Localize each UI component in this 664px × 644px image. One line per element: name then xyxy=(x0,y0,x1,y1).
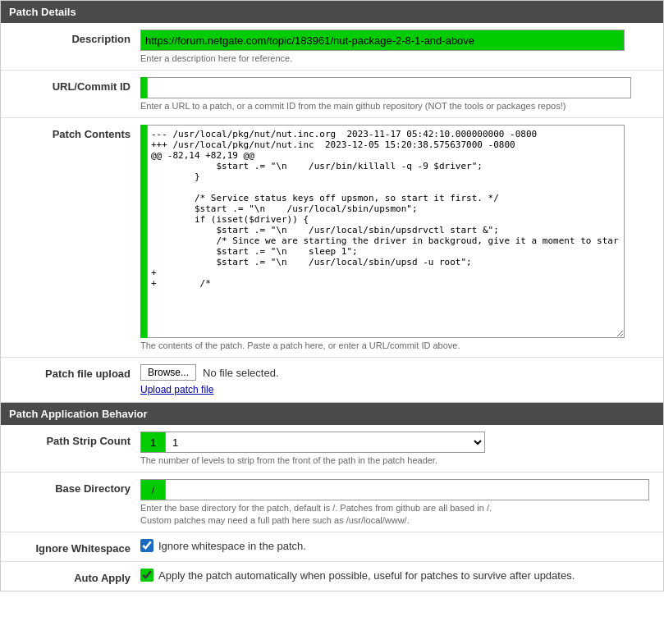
commit-id-row: URL/Commit ID Enter a URL to a patch, or… xyxy=(1,71,663,118)
patch-contents-row: Patch Contents --- /usr/local/pkg/nut/nu… xyxy=(1,118,663,358)
auto-apply-text: Apply the patch automatically when possi… xyxy=(158,569,575,582)
base-dir-input[interactable] xyxy=(165,479,649,500)
patch-application-section: Patch Application Behavior Path Strip Co… xyxy=(0,403,664,591)
ignore-whitespace-row: Ignore Whitespace Ignore whitespace in t… xyxy=(1,532,663,562)
path-strip-wrapper: 1 1 0 2 3 4 xyxy=(140,432,485,453)
patch-contents-help: The contents of the patch. Paste a patch… xyxy=(140,340,633,350)
file-upload-field: Browse... No file selected. Upload patch… xyxy=(140,364,663,395)
patch-details-header: Patch Details xyxy=(1,1,663,23)
path-strip-label: Path Strip Count xyxy=(1,432,140,447)
file-upload-label: Patch file upload xyxy=(1,364,140,380)
patch-contents-wrapper: --- /usr/local/pkg/nut/nut.inc.org 2023-… xyxy=(140,125,625,338)
base-dir-help1: Enter the base directory for the patch, … xyxy=(140,503,663,513)
auto-apply-checkbox-row: Apply the patch automatically when possi… xyxy=(140,569,663,582)
patch-contents-label: Patch Contents xyxy=(1,125,140,140)
patch-contents-field: --- /usr/local/pkg/nut/nut.inc.org 2023-… xyxy=(140,125,633,350)
description-input[interactable] xyxy=(140,30,625,51)
base-dir-wrapper: / xyxy=(140,479,663,500)
auto-apply-checkbox[interactable] xyxy=(140,569,153,582)
commit-id-input[interactable] xyxy=(147,77,631,98)
description-help: Enter a description here for reference. xyxy=(140,53,663,63)
description-row: Description Enter a description here for… xyxy=(1,23,663,71)
ignore-whitespace-label: Ignore Whitespace xyxy=(1,539,140,555)
patch-green-bar xyxy=(140,125,147,338)
base-dir-prefix: / xyxy=(140,479,165,500)
base-dir-field: / Enter the base directory for the patch… xyxy=(140,479,663,525)
description-field: Enter a description here for reference. xyxy=(140,30,663,63)
base-dir-row: Base Directory / Enter the base director… xyxy=(1,473,663,532)
base-dir-help2: Custom patches may need a full path here… xyxy=(140,515,663,525)
patch-contents-textarea[interactable]: --- /usr/local/pkg/nut/nut.inc.org 2023-… xyxy=(147,125,625,338)
commit-input-wrapper xyxy=(140,77,663,98)
commit-id-help: Enter a URL to a patch, or a commit ID f… xyxy=(140,101,663,111)
ignore-whitespace-checkbox[interactable] xyxy=(140,539,153,552)
patch-details-section: Patch Details Description Enter a descri… xyxy=(0,0,664,403)
browse-button[interactable]: Browse... xyxy=(140,364,196,381)
auto-apply-field: Apply the patch automatically when possi… xyxy=(140,569,663,582)
file-upload-row: Patch file upload Browse... No file sele… xyxy=(1,358,663,402)
description-label: Description xyxy=(1,30,140,45)
file-upload-controls: Browse... No file selected. xyxy=(140,364,663,381)
path-strip-field: 1 1 0 2 3 4 The number of levels to stri… xyxy=(140,432,663,465)
base-dir-label: Base Directory xyxy=(1,479,140,495)
path-strip-help: The number of levels to strip from the f… xyxy=(140,455,663,465)
path-strip-row: Path Strip Count 1 1 0 2 3 4 The number … xyxy=(1,425,663,473)
no-file-text: No file selected. xyxy=(203,367,279,379)
path-strip-select[interactable]: 1 0 2 3 4 xyxy=(165,432,485,453)
patch-application-header: Patch Application Behavior xyxy=(1,403,663,425)
ignore-whitespace-text: Ignore whitespace in the patch. xyxy=(158,540,306,552)
upload-patch-link[interactable]: Upload patch file xyxy=(140,384,663,395)
path-strip-green: 1 xyxy=(140,432,165,453)
commit-id-label: URL/Commit ID xyxy=(1,77,140,93)
auto-apply-row: Auto Apply Apply the patch automatically… xyxy=(1,562,663,591)
commit-id-field: Enter a URL to a patch, or a commit ID f… xyxy=(140,77,663,111)
ignore-whitespace-field: Ignore whitespace in the patch. xyxy=(140,539,663,552)
ignore-whitespace-checkbox-row: Ignore whitespace in the patch. xyxy=(140,539,663,552)
commit-green-bar xyxy=(140,77,147,98)
auto-apply-label: Auto Apply xyxy=(1,569,140,584)
